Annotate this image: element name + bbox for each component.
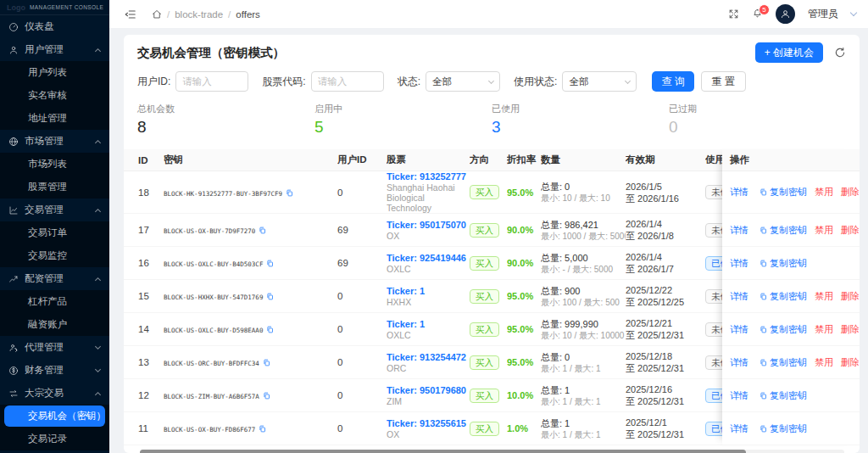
stock-ticker-link[interactable]: Ticker: 1 bbox=[387, 286, 470, 297]
sidebar-item-11[interactable]: 配资管理 bbox=[0, 267, 109, 290]
valid-from: 2025/12/18 bbox=[626, 350, 705, 362]
reset-button[interactable]: 重 置 bbox=[701, 71, 746, 92]
chevron-up-icon bbox=[95, 139, 101, 145]
horizontal-scrollbar-thumb[interactable] bbox=[140, 450, 746, 453]
sidebar-item-9[interactable]: 交易订单 bbox=[0, 221, 109, 244]
action-detail-link[interactable]: 详情 bbox=[730, 356, 748, 369]
sidebar-item-6[interactable]: 市场列表 bbox=[0, 153, 109, 176]
user-name[interactable]: 管理员 bbox=[808, 7, 838, 21]
cell-id: 13 bbox=[138, 357, 164, 367]
home-icon[interactable] bbox=[152, 9, 162, 20]
action-copy-key-link[interactable]: 复制密钥 bbox=[756, 290, 807, 303]
actions-row: 详情复制密钥禁用删除 bbox=[722, 346, 860, 379]
action-disable-link[interactable]: 禁用 bbox=[815, 323, 833, 336]
sidebar-item-3[interactable]: 实名审核 bbox=[0, 84, 109, 107]
copy-icon[interactable] bbox=[259, 226, 266, 234]
action-copy-key-link[interactable]: 复制密钥 bbox=[756, 389, 807, 402]
action-detail-link[interactable]: 详情 bbox=[730, 257, 748, 270]
actions-row: 详情复制密钥 bbox=[722, 412, 860, 445]
notifications-bell[interactable]: 5 bbox=[752, 8, 763, 20]
copy-icon[interactable] bbox=[266, 260, 274, 267]
status-select[interactable]: 全部 bbox=[426, 71, 500, 92]
cell-validity: 2025/12/1至 2025/12/31 bbox=[626, 417, 705, 440]
fullscreen-icon[interactable] bbox=[728, 8, 739, 20]
action-delete-link[interactable]: 删除 bbox=[841, 290, 860, 303]
stock-ticker-link[interactable]: Ticker: 913255615 bbox=[387, 418, 470, 429]
discount-value: 95.0% bbox=[507, 357, 533, 367]
stock-ticker-link[interactable]: Ticker: 925419446 bbox=[387, 253, 470, 264]
cell-stock: Ticker: 925419446OXLC bbox=[387, 253, 470, 274]
action-delete-link[interactable]: 删除 bbox=[841, 323, 860, 336]
sidebar-item-10[interactable]: 交易监控 bbox=[0, 244, 109, 267]
action-delete-link[interactable]: 删除 bbox=[841, 224, 860, 237]
sidebar-item-18[interactable]: 交易记录 bbox=[0, 428, 109, 450]
sidebar-item-8[interactable]: 交易管理 bbox=[0, 199, 109, 221]
action-delete-link[interactable]: 删除 bbox=[841, 356, 860, 369]
action-copy-key-link[interactable]: 复制密钥 bbox=[756, 186, 807, 199]
quantity-min-max: 最小: - / 最大: 5000 bbox=[541, 264, 626, 275]
action-copy-key-label: 复制密钥 bbox=[770, 290, 807, 303]
sidebar-item-0[interactable]: 仪表盘 bbox=[0, 15, 109, 38]
action-delete-link[interactable]: 删除 bbox=[841, 186, 860, 199]
sidebar-item-15[interactable]: 财务管理 bbox=[0, 359, 109, 382]
copy-icon[interactable] bbox=[263, 359, 270, 366]
action-copy-key-link[interactable]: 复制密钥 bbox=[756, 224, 807, 237]
action-detail-link[interactable]: 详情 bbox=[730, 186, 748, 199]
sidebar-item-4[interactable]: 地址管理 bbox=[0, 107, 109, 130]
copy-icon[interactable] bbox=[259, 425, 266, 433]
sidebar-item-13[interactable]: 融资账户 bbox=[0, 313, 109, 336]
sidebar-item-14[interactable]: 代理管理 bbox=[0, 336, 109, 359]
usage-status-select[interactable]: 全部 bbox=[562, 71, 637, 92]
cell-key: BLOCK-US-OXLC-BUY-B4D503CF bbox=[164, 258, 337, 268]
stock-ticker-link[interactable]: Ticker: 950175070 bbox=[387, 220, 470, 231]
menu-fold-icon[interactable] bbox=[125, 8, 136, 20]
chevron-down-icon[interactable] bbox=[850, 9, 857, 16]
action-copy-key-link[interactable]: 复制密钥 bbox=[756, 323, 807, 336]
refresh-icon[interactable] bbox=[834, 47, 846, 59]
create-offer-button[interactable]: + 创建机会 bbox=[755, 42, 823, 63]
sidebar-item-17-active[interactable]: 交易机会（密钥） bbox=[0, 405, 109, 428]
sidebar-item-label: 用户管理 bbox=[25, 43, 64, 56]
sidebar-item-7[interactable]: 股票管理 bbox=[0, 176, 109, 199]
sidebar-item-12[interactable]: 杠杆产品 bbox=[0, 290, 109, 313]
action-detail-link[interactable]: 详情 bbox=[730, 323, 748, 336]
action-disable-link[interactable]: 禁用 bbox=[815, 356, 833, 369]
direction-badge: 买入 bbox=[470, 355, 499, 370]
action-disable-link[interactable]: 禁用 bbox=[815, 290, 833, 303]
sidebar-item-5[interactable]: 市场管理 bbox=[0, 130, 109, 153]
action-detail-link[interactable]: 详情 bbox=[730, 290, 748, 303]
action-copy-key-link[interactable]: 复制密钥 bbox=[756, 422, 807, 435]
avatar[interactable] bbox=[776, 4, 795, 24]
action-disable-link[interactable]: 禁用 bbox=[815, 186, 833, 199]
stat-card: 启用中5 bbox=[314, 103, 492, 137]
action-disable-link[interactable]: 禁用 bbox=[815, 224, 833, 237]
copy-icon bbox=[760, 326, 767, 333]
stock-code-input[interactable] bbox=[311, 71, 384, 92]
action-detail-link[interactable]: 详情 bbox=[730, 389, 748, 402]
column-header: 用户ID bbox=[337, 154, 387, 166]
stock-ticker-link[interactable]: Ticker: 1 bbox=[387, 319, 470, 330]
breadcrumb-block-trade[interactable]: block-trade bbox=[175, 9, 223, 20]
stock-ticker-link[interactable]: Ticker: 950179680 bbox=[387, 385, 470, 396]
cell-quantity: 总量: 900最小: 100 / 最大: 500 bbox=[541, 285, 626, 308]
stock-ticker-link[interactable]: Ticker: 913252777 bbox=[387, 171, 470, 182]
copy-icon[interactable] bbox=[286, 189, 293, 197]
action-copy-key-link[interactable]: 复制密钥 bbox=[756, 356, 807, 369]
stock-ticker-link[interactable]: Ticker: 913254472 bbox=[387, 352, 470, 363]
action-detail-link[interactable]: 详情 bbox=[730, 422, 748, 435]
action-copy-key-link[interactable]: 复制密钥 bbox=[756, 257, 807, 270]
search-button[interactable]: 查 询 bbox=[652, 71, 693, 92]
cell-key: BLOCK-US-OXLC-BUY-D598EAA0 bbox=[164, 324, 337, 334]
copy-icon[interactable] bbox=[266, 293, 274, 300]
sidebar-item-label: 融资账户 bbox=[28, 318, 67, 331]
cell-user-id: 0 bbox=[337, 324, 387, 334]
copy-icon[interactable] bbox=[266, 326, 274, 333]
sidebar-item-16[interactable]: 大宗交易 bbox=[0, 382, 109, 405]
copy-icon[interactable] bbox=[263, 392, 270, 400]
action-detail-link[interactable]: 详情 bbox=[730, 224, 748, 237]
cell-direction: 买入 bbox=[470, 389, 507, 403]
sidebar-item-2[interactable]: 用户列表 bbox=[0, 61, 109, 84]
user-id-input[interactable] bbox=[175, 71, 248, 92]
logo-bar: Logo MANAGEMENT CONSOLE bbox=[0, 0, 109, 15]
sidebar-item-1[interactable]: 用户管理 bbox=[0, 38, 109, 61]
